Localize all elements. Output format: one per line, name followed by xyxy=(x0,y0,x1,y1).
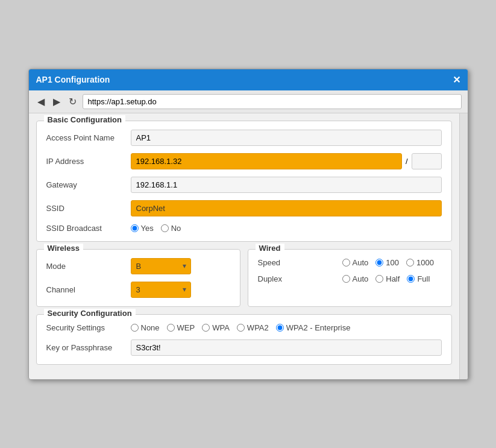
close-button[interactable]: ✕ xyxy=(453,74,460,86)
wireless-section-title: Wireless xyxy=(44,244,83,253)
ip-address-input[interactable] xyxy=(131,153,402,169)
ssid-broadcast-yes-radio[interactable] xyxy=(131,224,139,232)
wired-duplex-radio-group: Auto Half Full xyxy=(342,274,430,283)
ssid-row: SSID xyxy=(46,200,442,216)
passphrase-label: Key or Passphrase xyxy=(46,343,131,352)
ip-separator: / xyxy=(406,157,408,166)
security-wpa2-radio[interactable] xyxy=(237,324,245,332)
ip-address-row: IP Address / xyxy=(46,153,442,169)
window-title: AP1 Configuration xyxy=(36,75,110,84)
duplex-full-radio[interactable] xyxy=(407,275,415,283)
speed-1000-radio[interactable] xyxy=(406,259,414,267)
access-point-name-input[interactable] xyxy=(131,130,442,146)
speed-100-label[interactable]: 100 xyxy=(375,258,399,267)
wired-speed-radio-group: Auto 100 1000 xyxy=(342,258,434,267)
security-wpa2-enterprise-text: WPA2 - Enterprise xyxy=(286,323,351,332)
security-wep-text: WEP xyxy=(177,323,195,332)
ssid-broadcast-label: SSID Broadcast xyxy=(46,224,131,233)
security-wep-radio[interactable] xyxy=(167,324,175,332)
ssid-broadcast-yes-label[interactable]: Yes xyxy=(131,224,154,233)
duplex-auto-radio[interactable] xyxy=(342,275,350,283)
security-settings-radio-group: None WEP WPA WPA2 xyxy=(131,323,351,332)
duplex-auto-text: Auto xyxy=(353,274,369,283)
wireless-mode-row: Mode B A G N AC xyxy=(46,258,230,274)
duplex-half-label[interactable]: Half xyxy=(375,274,400,283)
security-wpa-radio[interactable] xyxy=(202,324,210,332)
ssid-label: SSID xyxy=(46,204,131,213)
speed-auto-text: Auto xyxy=(353,258,369,267)
security-wpa2-label[interactable]: WPA2 xyxy=(237,323,269,332)
wireless-wired-container: Wireless Mode B A G N AC xyxy=(36,249,452,314)
wireless-mode-select-wrapper: B A G N AC xyxy=(131,258,191,274)
scrollbar[interactable] xyxy=(459,113,468,379)
url-bar[interactable] xyxy=(83,94,462,109)
ssid-broadcast-radio-group: Yes No xyxy=(131,224,181,233)
gateway-label: Gateway xyxy=(46,180,131,189)
security-settings-label: Security Settings xyxy=(46,323,131,332)
security-none-label[interactable]: None xyxy=(131,323,160,332)
duplex-half-radio[interactable] xyxy=(375,275,383,283)
duplex-auto-label[interactable]: Auto xyxy=(342,274,369,283)
security-section: Security Configuration Security Settings… xyxy=(36,314,452,365)
security-none-radio[interactable] xyxy=(131,324,139,332)
security-wpa2-enterprise-label[interactable]: WPA2 - Enterprise xyxy=(276,323,351,332)
security-wpa-label[interactable]: WPA xyxy=(202,323,230,332)
passphrase-input[interactable] xyxy=(131,339,442,356)
main-content: Basic Configuration Access Point Name IP… xyxy=(29,113,459,379)
speed-auto-radio[interactable] xyxy=(342,259,350,267)
wireless-channel-select-wrapper: 1 2 3 4 5 6 7 8 9 10 11 xyxy=(131,282,191,298)
security-none-text: None xyxy=(141,323,160,332)
speed-1000-label[interactable]: 1000 xyxy=(406,258,434,267)
ip-address-label: IP Address xyxy=(46,157,131,166)
wired-duplex-label: Duplex xyxy=(258,274,342,283)
wireless-section: Wireless Mode B A G N AC xyxy=(36,249,240,307)
basic-config-title: Basic Configuration xyxy=(44,115,126,124)
security-wpa-text: WPA xyxy=(212,323,230,332)
speed-auto-label[interactable]: Auto xyxy=(342,258,369,267)
security-section-title: Security Configuration xyxy=(44,309,136,318)
gateway-input[interactable] xyxy=(131,177,442,193)
ssid-broadcast-no-text: No xyxy=(171,224,181,233)
wireless-channel-label: Channel xyxy=(46,285,131,294)
security-wpa2-text: WPA2 xyxy=(247,323,269,332)
basic-config-section: Basic Configuration Access Point Name IP… xyxy=(36,121,452,242)
duplex-full-text: Full xyxy=(417,274,430,283)
speed-1000-text: 1000 xyxy=(416,258,434,267)
forward-button[interactable]: ▶ xyxy=(51,95,63,109)
ap-config-window: AP1 Configuration ✕ ◀ ▶ ↻ Basic Configur… xyxy=(28,69,468,380)
wireless-mode-select[interactable]: B A G N AC xyxy=(131,258,191,274)
ssid-input[interactable] xyxy=(131,200,442,216)
ssid-broadcast-yes-text: Yes xyxy=(141,224,154,233)
nav-bar: ◀ ▶ ↻ xyxy=(29,90,468,113)
wireless-channel-row: Channel 1 2 3 4 5 6 7 8 9 xyxy=(46,282,230,298)
wired-speed-row: Speed Auto 100 xyxy=(258,258,442,267)
ssid-broadcast-no-radio[interactable] xyxy=(161,224,169,232)
duplex-half-text: Half xyxy=(386,274,400,283)
wired-section-title: Wired xyxy=(256,244,284,253)
access-point-name-label: Access Point Name xyxy=(46,133,131,142)
ip-suffix-input[interactable] xyxy=(412,153,442,169)
ssid-broadcast-row: SSID Broadcast Yes No xyxy=(46,224,442,233)
back-button[interactable]: ◀ xyxy=(35,95,47,109)
duplex-full-label[interactable]: Full xyxy=(407,274,430,283)
speed-100-radio[interactable] xyxy=(375,259,383,267)
ssid-broadcast-no-label[interactable]: No xyxy=(161,224,181,233)
security-wep-label[interactable]: WEP xyxy=(167,323,195,332)
wireless-mode-label: Mode xyxy=(46,262,131,271)
wired-duplex-row: Duplex Auto Half xyxy=(258,274,442,283)
access-point-name-row: Access Point Name xyxy=(46,130,442,146)
security-wpa2-enterprise-radio[interactable] xyxy=(276,324,284,332)
ip-row: / xyxy=(131,153,442,169)
wired-speed-label: Speed xyxy=(258,258,342,267)
wired-section: Wired Speed Auto 100 xyxy=(248,249,452,307)
security-settings-row: Security Settings None WEP WPA xyxy=(46,323,442,332)
wireless-channel-select[interactable]: 1 2 3 4 5 6 7 8 9 10 11 xyxy=(131,282,191,298)
passphrase-row: Key or Passphrase xyxy=(46,339,442,356)
refresh-button[interactable]: ↻ xyxy=(66,95,79,109)
speed-100-text: 100 xyxy=(386,258,399,267)
gateway-row: Gateway xyxy=(46,177,442,193)
title-bar: AP1 Configuration ✕ xyxy=(29,69,468,90)
